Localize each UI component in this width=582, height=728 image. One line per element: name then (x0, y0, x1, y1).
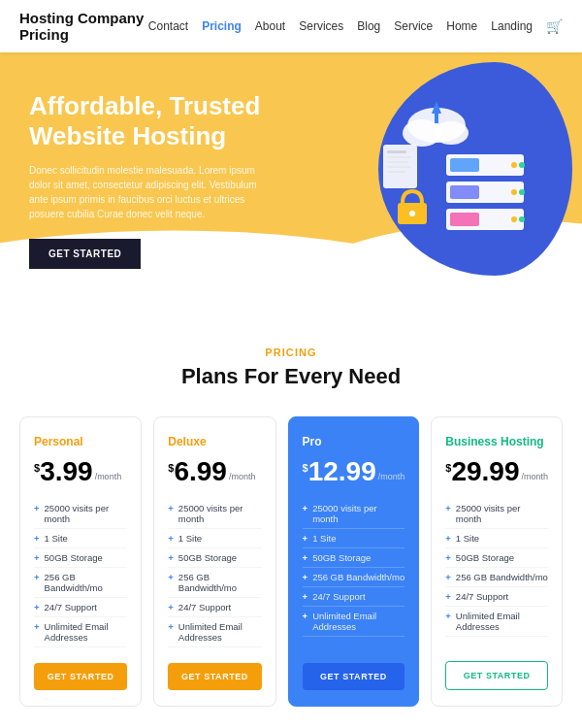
plan-feature-item: 24/7 Support (168, 598, 261, 617)
plan-feature-item: 50GB Storage (303, 548, 405, 568)
plan-feature-item: 50GB Storage (168, 548, 261, 568)
plan-feature-item: 25000 visits per month (445, 499, 548, 529)
plan-feature-item: Unlimited Email Addresses (445, 607, 548, 637)
plan-period: /month (95, 472, 122, 481)
plan-feature-item: 25000 visits per month (34, 499, 127, 529)
plan-feature-item: 256 GB Bandwidth/mo (303, 568, 405, 587)
hero-cta-button[interactable]: GET STARTED (29, 239, 141, 269)
nav-landing[interactable]: Landing (491, 19, 533, 33)
svg-rect-23 (387, 166, 411, 168)
svg-rect-20 (387, 150, 406, 153)
plan-cta-button[interactable]: GET STARTED (168, 663, 261, 690)
plan-feature-item: Unlimited Email Addresses (303, 607, 405, 637)
nav-home[interactable]: Home (446, 19, 477, 33)
svg-marker-3 (432, 101, 441, 114)
nav-links: Contact Pricing About Services Blog Serv… (148, 18, 563, 34)
svg-rect-10 (450, 185, 479, 199)
plan-feature-item: 1 Site (34, 529, 127, 548)
plan-feature-item: 50GB Storage (445, 548, 548, 568)
hero-text: Donec sollicitudin molestie malesuada. L… (29, 163, 262, 221)
nav-about[interactable]: About (255, 19, 285, 33)
plan-amount: 12.99 (308, 458, 376, 485)
plan-name: Personal (34, 435, 127, 448)
pricing-title: Plans For Every Need (19, 364, 563, 389)
svg-point-12 (511, 189, 517, 195)
plan-feature-item: 256 GB Bandwidth/mo (168, 568, 261, 598)
hero-illustration (378, 77, 553, 261)
plan-amount: 3.99 (40, 458, 93, 485)
plan-card-deluxe: Deluxe$6.99/month25000 visits per month1… (153, 416, 275, 707)
nav-services[interactable]: Services (299, 19, 343, 33)
plan-feature-item: Unlimited Email Addresses (34, 617, 127, 647)
hero-content: Affordable, Trusted Website Hosting Done… (0, 52, 291, 308)
plan-feature-item: 24/7 Support (303, 587, 405, 607)
plan-card-personal: Personal$3.99/month25000 visits per mont… (19, 416, 142, 707)
plan-period: /month (229, 472, 256, 481)
pricing-section: PRICING Plans For Every Need Personal$3.… (0, 308, 582, 728)
plan-features: 25000 visits per month1 Site50GB Storage… (168, 499, 261, 647)
plan-feature-item: 1 Site (445, 529, 548, 548)
plan-period: /month (378, 472, 405, 481)
nav-pricing[interactable]: Pricing (202, 19, 242, 33)
plan-feature-item: 25000 visits per month (303, 499, 405, 529)
svg-rect-24 (387, 171, 406, 173)
svg-point-15 (519, 216, 525, 222)
plan-feature-item: 1 Site (303, 529, 405, 548)
plan-feature-item: 256 GB Bandwidth/mo (445, 568, 548, 587)
plan-price-row: $6.99/month (168, 458, 261, 485)
hero-section: Affordable, Trusted Website Hosting Done… (0, 52, 582, 308)
pricing-label: PRICING (19, 347, 563, 358)
svg-point-18 (409, 211, 415, 216)
plan-feature-item: Unlimited Email Addresses (168, 617, 261, 647)
svg-rect-22 (387, 161, 408, 163)
plan-features: 25000 visits per month1 Site50GB Storage… (445, 499, 548, 645)
svg-point-7 (519, 162, 525, 168)
plan-name: Pro (303, 435, 405, 448)
plan-feature-item: 25000 visits per month (168, 499, 261, 529)
plan-feature-item: 24/7 Support (34, 598, 127, 617)
plan-features: 25000 visits per month1 Site50GB Storage… (303, 499, 405, 647)
plans-grid: Personal$3.99/month25000 visits per mont… (19, 416, 563, 707)
plan-feature-item: 50GB Storage (34, 548, 127, 568)
svg-point-11 (519, 189, 525, 195)
plan-amount: 6.99 (174, 458, 227, 485)
navbar: Hosting Company Pricing Contact Pricing … (0, 0, 582, 52)
plan-price-row: $12.99/month (303, 458, 405, 485)
nav-contact[interactable]: Contact (148, 19, 188, 33)
nav-service[interactable]: Service (394, 19, 433, 33)
plan-feature-item: 24/7 Support (445, 587, 548, 607)
svg-point-2 (434, 121, 469, 145)
hero-title: Affordable, Trusted Website Hosting (29, 91, 262, 151)
plan-feature-item: 256 GB Bandwidth/mo (34, 568, 127, 598)
svg-rect-6 (450, 158, 479, 172)
plan-cta-button[interactable]: GET STARTED (445, 661, 548, 690)
svg-point-8 (511, 162, 517, 168)
site-logo: Hosting Company Pricing (19, 10, 148, 43)
plan-name: Deluxe (168, 435, 261, 448)
plan-features: 25000 visits per month1 Site50GB Storage… (34, 499, 127, 647)
plan-feature-item: 1 Site (168, 529, 261, 548)
cart-icon[interactable]: 🛒 (546, 18, 563, 34)
nav-blog[interactable]: Blog (357, 19, 380, 33)
plan-cta-button[interactable]: GET STARTED (303, 663, 405, 690)
svg-point-16 (511, 216, 517, 222)
plan-card-pro: Pro$12.99/month25000 visits per month1 S… (288, 416, 420, 707)
plan-amount: 29.99 (451, 458, 519, 485)
plan-cta-button[interactable]: GET STARTED (34, 663, 127, 690)
svg-rect-14 (450, 213, 479, 226)
plan-period: /month (521, 472, 548, 481)
plan-price-row: $29.99/month (445, 458, 548, 485)
svg-rect-4 (435, 114, 438, 123)
plan-card-business-hosting: Business Hosting$29.99/month25000 visits… (431, 416, 563, 707)
svg-rect-21 (387, 156, 411, 158)
plan-price-row: $3.99/month (34, 458, 127, 485)
plan-name: Business Hosting (445, 435, 548, 448)
